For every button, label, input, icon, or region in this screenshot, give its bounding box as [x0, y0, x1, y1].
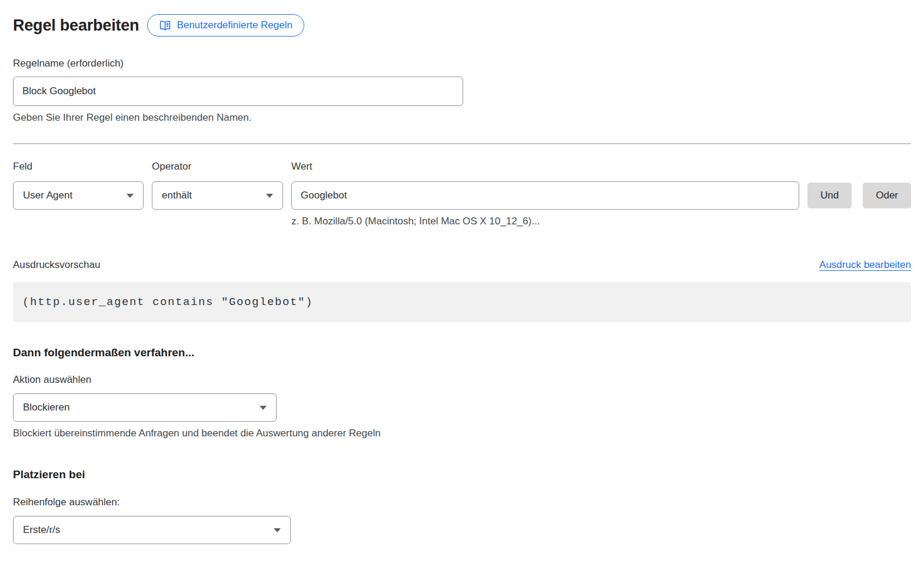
action-select[interactable]: Blockieren	[13, 393, 277, 422]
placement-select-value: Erste/r/s	[23, 524, 60, 536]
page-title: Regel bearbeiten	[13, 16, 139, 35]
expression-preview-label: Ausdrucksvorschau	[13, 259, 100, 271]
edit-rule-page: Regel bearbeiten Benutzerdefinierte Rege…	[0, 0, 924, 562]
value-label: Wert	[291, 161, 799, 173]
connector-buttons: Und Oder	[807, 161, 911, 208]
rule-name-group: Regelname (erforderlich) Geben Sie Ihrer…	[13, 58, 911, 124]
placement-order-select[interactable]: Erste/r/s	[13, 516, 291, 544]
and-button[interactable]: Und	[807, 183, 852, 208]
expression-code: (http.user_agent contains "Googlebot")	[22, 296, 313, 309]
operator-label: Operator	[152, 161, 283, 173]
action-select-value: Blockieren	[23, 402, 69, 413]
rule-name-label: Regelname (erforderlich)	[13, 58, 911, 69]
open-book-icon	[159, 19, 171, 32]
expression-header-row: Ausdrucksvorschau Ausdruck bearbeiten	[13, 259, 911, 271]
or-button[interactable]: Oder	[863, 183, 911, 208]
field-column: Feld User Agent	[13, 161, 144, 210]
action-section: Dann folgendermaßen verfahren... Aktion …	[13, 346, 911, 439]
value-input[interactable]	[291, 181, 799, 210]
section-divider	[13, 143, 911, 144]
action-label: Aktion auswählen	[13, 374, 911, 386]
page-header: Regel bearbeiten Benutzerdefinierte Rege…	[13, 14, 911, 37]
operator-select[interactable]: enthält	[152, 181, 283, 210]
custom-rules-badge-label: Benutzerdefinierte Regeln	[177, 19, 293, 31]
field-label: Feld	[13, 161, 144, 173]
custom-rules-badge-button[interactable]: Benutzerdefinierte Regeln	[147, 14, 304, 37]
operator-column: Operator enthält	[152, 161, 283, 210]
edit-expression-link[interactable]: Ausdruck bearbeiten	[819, 259, 911, 271]
action-help: Blockiert übereinstimmende Anfragen und …	[13, 428, 911, 439]
condition-row: Feld User Agent Operator enthält Wert z.…	[13, 161, 911, 227]
expression-preview-box: (http.user_agent contains "Googlebot")	[13, 282, 911, 322]
value-help: z. B. Mozilla/5.0 (Macintosh; Intel Mac …	[291, 216, 799, 227]
rule-name-help: Geben Sie Ihrer Regel einen beschreibend…	[13, 112, 911, 124]
caret-down-icon	[274, 528, 281, 532]
caret-down-icon	[127, 194, 134, 198]
placement-section-heading: Platzieren bei	[13, 468, 911, 481]
placement-label: Reihenfolge auswählen:	[13, 496, 911, 508]
caret-down-icon	[266, 194, 273, 198]
caret-down-icon	[260, 406, 267, 410]
operator-select-value: enthält	[162, 190, 192, 201]
rule-name-input[interactable]	[13, 77, 463, 106]
field-select[interactable]: User Agent	[13, 181, 144, 210]
value-column: Wert z. B. Mozilla/5.0 (Macintosh; Intel…	[291, 161, 799, 227]
field-select-value: User Agent	[23, 190, 72, 201]
placement-section: Platzieren bei Reihenfolge auswählen: Er…	[13, 468, 911, 544]
action-section-heading: Dann folgendermaßen verfahren...	[13, 346, 911, 359]
